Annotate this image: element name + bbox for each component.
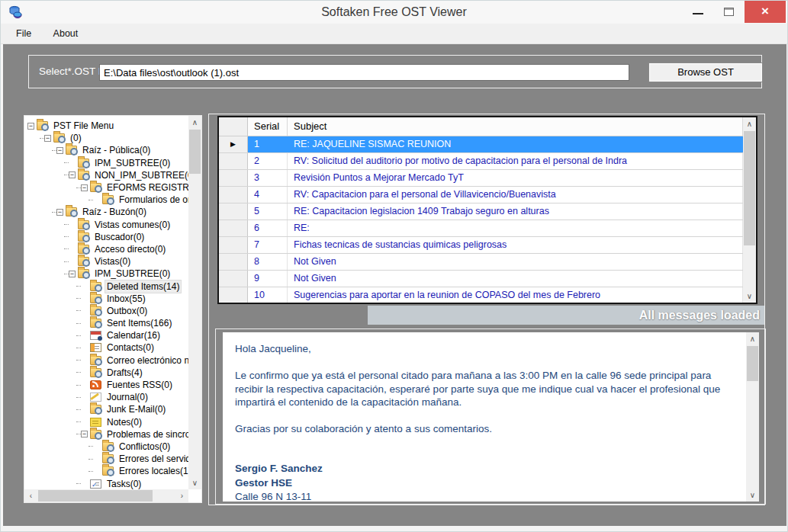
- message-row[interactable]: 6RE:: [219, 220, 743, 237]
- tree-connector-line: [76, 360, 81, 361]
- tree-collapse-icon[interactable]: −: [56, 209, 63, 216]
- tree-item[interactable]: Vistas(0): [24, 255, 188, 268]
- menu-item-about[interactable]: About: [44, 24, 88, 44]
- tree-item[interactable]: −Raíz - Buzón(0): [24, 206, 188, 218]
- tree-item[interactable]: Tasks(0): [24, 477, 188, 489]
- tree-item[interactable]: Errores del servidor(0): [24, 453, 188, 465]
- tree-item[interactable]: Junk E-Mail(0): [24, 403, 188, 415]
- message-row[interactable]: 8Not Given: [219, 254, 743, 271]
- tree-item-label: Inbox(55): [105, 293, 147, 305]
- scroll-down-icon[interactable]: ∨: [746, 489, 759, 502]
- message-preview-panel: Hola Jacqueline,Le confirmo que ya está …: [223, 332, 759, 502]
- folder-search-icon: [102, 195, 114, 204]
- serial-cell: 6: [248, 220, 288, 236]
- menu-item-file[interactable]: File: [7, 24, 40, 44]
- scroll-left-icon[interactable]: ‹: [24, 489, 37, 502]
- tree-item-label: Buscador(0): [93, 231, 146, 243]
- tree-item[interactable]: Conflictos(0): [24, 441, 188, 453]
- tree-connector-line: [88, 459, 93, 460]
- tree-item[interactable]: −Problemas de sincronizació: [24, 428, 188, 441]
- signature-line: Gestor HSE: [235, 476, 728, 491]
- message-vertical-scrollbar[interactable]: ∧ ∨: [746, 332, 759, 502]
- tree-item[interactable]: Correo electrónico no dese: [24, 354, 188, 367]
- tree-item[interactable]: −IPM_SUBTREE(0): [24, 268, 188, 280]
- tree-connector-line: [64, 224, 69, 225]
- tree-item[interactable]: Inbox(55): [24, 293, 188, 305]
- scroll-up-icon[interactable]: ∧: [743, 117, 756, 130]
- grid-header-serial[interactable]: Serial: [248, 117, 288, 136]
- folder-search-icon: [66, 146, 77, 155]
- tree-item[interactable]: Formularios de organiza: [24, 194, 188, 206]
- tree-item[interactable]: Vistas comunes(0): [24, 219, 188, 231]
- folder-search-icon: [90, 282, 101, 291]
- tree-item[interactable]: Journal(0): [24, 391, 188, 403]
- signature-line: Sergio F. Sanchez: [235, 462, 728, 476]
- message-row[interactable]: 7Fichas tecnicas de sustancias quimicas …: [219, 237, 743, 254]
- message-row[interactable]: 2RV: Solicitud del auditorio por motivo …: [219, 153, 743, 170]
- minimize-button[interactable]: [682, 1, 714, 23]
- scroll-up-icon[interactable]: ∧: [188, 116, 201, 129]
- scroll-down-icon[interactable]: ∨: [743, 290, 756, 303]
- tree-horizontal-scrollbar[interactable]: ‹ ›: [24, 489, 188, 502]
- grid-corner-cell: [219, 117, 248, 136]
- tree-item-label: Journal(0): [105, 391, 150, 403]
- message-row[interactable]: ▶1RE: JAQUELINE SISMAC REUNION: [219, 136, 743, 153]
- tree-vscroll-thumb[interactable]: [189, 130, 201, 174]
- message-row[interactable]: 9Not Given: [219, 271, 743, 287]
- tree-connector-line: [64, 236, 69, 237]
- progress-status-text: All messages loaded: [639, 306, 760, 325]
- message-row[interactable]: 10Sugerencias para aportar en la reunion…: [219, 287, 743, 303]
- folder-search-icon: [78, 269, 89, 278]
- tree-item[interactable]: Sent Items(166): [24, 317, 188, 329]
- tree-collapse-icon[interactable]: −: [69, 271, 76, 277]
- tree-vertical-scrollbar[interactable]: ∧ ∨: [188, 116, 201, 489]
- tree-item[interactable]: Acceso directo(0): [24, 243, 188, 255]
- tree-collapse-icon[interactable]: −: [27, 123, 34, 130]
- tree-item[interactable]: −(0): [24, 132, 188, 144]
- ost-path-input[interactable]: [99, 64, 629, 81]
- tree-item[interactable]: −PST File Menu: [24, 120, 188, 132]
- scroll-right-icon[interactable]: ›: [175, 489, 188, 502]
- tree-item[interactable]: Deleted Items(14): [24, 280, 188, 292]
- close-button[interactable]: ×: [745, 1, 786, 23]
- message-vscroll-thumb[interactable]: [747, 346, 758, 381]
- tree-item[interactable]: Contacts(0): [24, 341, 188, 354]
- grid-vscroll-thumb[interactable]: [744, 131, 755, 245]
- tree-item[interactable]: IPM_SUBTREE(0): [24, 157, 188, 169]
- maximize-button[interactable]: [714, 1, 745, 23]
- tree-item[interactable]: Notes(0): [24, 416, 188, 428]
- tree-item[interactable]: Errores locales(1): [24, 465, 188, 477]
- grid-vertical-scrollbar[interactable]: ∧ ∨: [743, 117, 756, 303]
- grid-header-subject[interactable]: Subject: [288, 117, 743, 136]
- browse-ost-button[interactable]: Browse OST: [648, 62, 763, 82]
- tree-collapse-icon[interactable]: −: [81, 184, 88, 191]
- message-body: Hola Jacqueline,Le confirmo que ya está …: [223, 332, 746, 502]
- serial-cell: 1: [248, 136, 288, 152]
- message-row[interactable]: 5RE: Capacitacion legislacion 1409 Traba…: [219, 204, 743, 220]
- tree-item[interactable]: Fuentes RSS(0): [24, 379, 188, 391]
- scroll-down-icon[interactable]: ∨: [188, 476, 201, 489]
- tree-item-label: Outbox(0): [105, 305, 149, 317]
- app-window: Softaken Free OST Viewer × File About Se…: [0, 0, 788, 532]
- current-row-marker-icon: ▶: [219, 136, 248, 152]
- tree-item[interactable]: Buscador(0): [24, 231, 188, 243]
- tree-item[interactable]: Drafts(4): [24, 367, 188, 379]
- message-row[interactable]: 4RV: Capacitacion para el personal de Vi…: [219, 187, 743, 204]
- close-icon: ×: [761, 4, 769, 18]
- tree-item[interactable]: −NON_IPM_SUBTREE(0): [24, 169, 188, 181]
- tree-collapse-icon[interactable]: −: [44, 135, 51, 142]
- tree-collapse-icon[interactable]: −: [81, 431, 88, 437]
- tree-item[interactable]: −Raíz - Pública(0): [24, 144, 188, 156]
- tree-collapse-icon[interactable]: −: [56, 147, 63, 154]
- window-title: Softaken Free OST Viewer: [1, 1, 787, 24]
- tree-collapse-icon[interactable]: −: [69, 171, 76, 178]
- message-row[interactable]: 3Revisión Puntos a Mejorar Mercado TyT: [219, 170, 743, 187]
- tree-hscroll-thumb[interactable]: [38, 490, 153, 502]
- window-bottom-edge: [1, 526, 788, 532]
- tree-item[interactable]: −EFORMS REGISTRY(0): [24, 181, 188, 194]
- row-header-cell: [219, 204, 248, 220]
- folder-search-icon: [78, 245, 89, 254]
- scroll-up-icon[interactable]: ∧: [746, 332, 759, 345]
- tree-item[interactable]: Outbox(0): [24, 305, 188, 317]
- tree-item[interactable]: Calendar(16): [24, 329, 188, 341]
